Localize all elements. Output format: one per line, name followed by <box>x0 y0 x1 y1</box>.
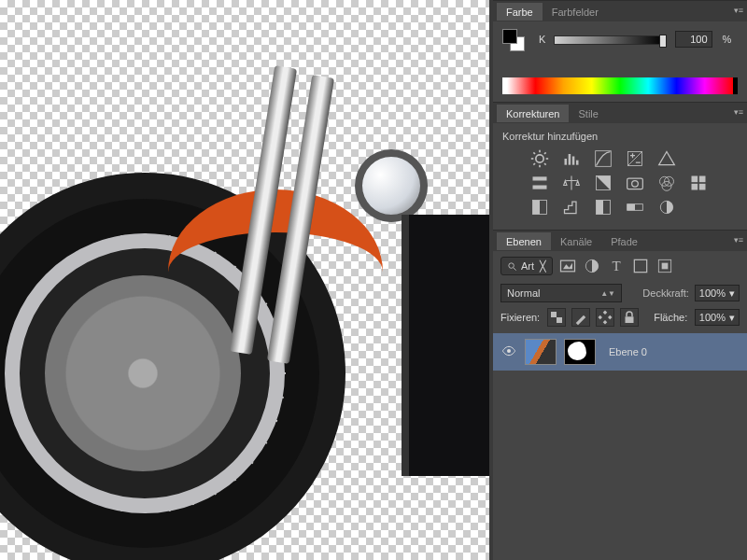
layers-panel: Ebenen Kanäle Pfade ▾≡ Art ╳ T Nor <box>493 230 747 560</box>
search-icon <box>507 261 517 272</box>
threshold-icon[interactable] <box>594 198 613 217</box>
svg-rect-17 <box>533 186 547 189</box>
k-slider[interactable] <box>554 35 664 45</box>
black-white-icon[interactable] <box>594 174 613 192</box>
svg-rect-44 <box>626 316 634 323</box>
opacity-label: Deckkraft: <box>642 287 689 299</box>
svg-line-5 <box>533 152 535 154</box>
svg-rect-26 <box>692 184 698 190</box>
lock-label: Fixieren: <box>500 312 540 323</box>
invert-icon[interactable] <box>530 198 549 217</box>
svg-rect-25 <box>699 176 706 183</box>
k-value-input[interactable] <box>675 31 712 48</box>
svg-rect-9 <box>565 159 568 165</box>
svg-rect-42 <box>551 312 557 317</box>
tab-channels[interactable]: Kanäle <box>551 232 601 250</box>
selective-color-icon[interactable] <box>657 198 676 217</box>
brightness-contrast-icon[interactable] <box>530 149 549 168</box>
svg-rect-10 <box>569 154 571 165</box>
fill-label: Fläche: <box>654 312 687 323</box>
layers-panel-tabs: Ebenen Kanäle Pfade ▾≡ <box>493 231 747 251</box>
svg-marker-15 <box>659 152 675 165</box>
tab-paths[interactable]: Pfade <box>601 232 647 250</box>
panel-column: Farbe Farbfelder ▾≡ K % Korrekturen Stil… <box>493 0 747 560</box>
tab-color[interactable]: Farbe <box>497 3 543 21</box>
visibility-toggle-icon[interactable] <box>500 345 517 358</box>
panel-menu-icon[interactable]: ▾≡ <box>734 107 743 117</box>
hue-saturation-icon[interactable] <box>530 174 549 192</box>
svg-line-8 <box>544 152 546 154</box>
svg-line-35 <box>514 267 516 270</box>
layer-list: Ebene 0 <box>493 333 747 371</box>
tab-layers[interactable]: Ebenen <box>497 232 551 250</box>
curves-icon[interactable] <box>594 149 613 168</box>
svg-point-45 <box>507 349 511 353</box>
svg-rect-12 <box>576 161 579 165</box>
lock-position-icon[interactable] <box>596 308 614 327</box>
color-spectrum[interactable] <box>502 77 738 94</box>
filter-type-icon[interactable]: T <box>607 257 626 275</box>
filter-smartobject-icon[interactable] <box>655 257 674 275</box>
svg-rect-41 <box>662 263 669 270</box>
blend-mode-value: Normal <box>507 287 540 299</box>
layer-mask-thumbnail[interactable] <box>564 339 596 365</box>
svg-rect-16 <box>533 176 547 180</box>
svg-rect-11 <box>572 157 575 165</box>
color-balance-icon[interactable] <box>562 174 581 192</box>
svg-point-20 <box>632 181 639 188</box>
canvas-scrollbar[interactable] <box>489 0 493 560</box>
vibrance-icon[interactable] <box>657 149 676 168</box>
posterize-icon[interactable] <box>562 198 581 217</box>
svg-rect-43 <box>557 317 562 323</box>
levels-icon[interactable] <box>562 149 581 168</box>
tab-styles[interactable]: Stile <box>569 105 607 122</box>
workspace: Farbe Farbfelder ▾≡ K % Korrekturen Stil… <box>0 0 747 560</box>
adjustments-panel: Korrekturen Stile ▾≡ Korrektur hinzufüge… <box>493 102 747 230</box>
svg-rect-30 <box>597 201 604 215</box>
color-panel: Farbe Farbfelder ▾≡ K % <box>493 0 747 102</box>
exposure-icon[interactable] <box>626 149 644 168</box>
layer-name[interactable]: Ebene 0 <box>609 346 647 357</box>
panel-menu-icon[interactable]: ▾≡ <box>734 6 743 15</box>
svg-line-7 <box>533 163 535 165</box>
lock-transparency-icon[interactable] <box>547 308 566 327</box>
svg-rect-39 <box>634 259 646 272</box>
blend-mode-dropdown[interactable]: Normal ▲▼ <box>500 284 622 302</box>
fill-input[interactable]: 100%▾ <box>695 309 740 326</box>
layer-filter-label: Art <box>521 260 534 272</box>
opacity-input[interactable]: 100%▾ <box>695 285 740 301</box>
photo-filter-icon[interactable] <box>626 174 644 192</box>
filter-shape-icon[interactable] <box>631 257 650 275</box>
lock-all-icon[interactable] <box>620 308 639 327</box>
channel-mixer-icon[interactable] <box>657 174 676 192</box>
layer-filter-type[interactable]: Art ╳ <box>500 257 553 275</box>
gradient-map-icon[interactable] <box>626 198 644 217</box>
svg-rect-32 <box>627 204 635 211</box>
layer-thumbnail[interactable] <box>525 339 557 365</box>
tab-adjustments[interactable]: Korrekturen <box>497 105 569 122</box>
svg-point-34 <box>509 262 514 268</box>
percent-label: % <box>723 34 732 45</box>
svg-rect-13 <box>596 151 612 167</box>
svg-line-6 <box>544 163 546 165</box>
lock-pixels-icon[interactable] <box>571 308 590 327</box>
document-canvas[interactable] <box>0 0 489 560</box>
svg-rect-24 <box>692 176 698 183</box>
channel-k-label: K <box>539 34 545 45</box>
svg-rect-27 <box>699 184 706 190</box>
svg-rect-19 <box>627 178 643 189</box>
svg-point-0 <box>536 155 543 162</box>
color-panel-tabs: Farbe Farbfelder ▾≡ <box>493 1 747 21</box>
adjustments-header: Korrektur hinzufügen <box>502 131 738 142</box>
foreground-background-swatch[interactable] <box>502 29 525 51</box>
filter-pixel-icon[interactable] <box>558 257 577 275</box>
panel-menu-icon[interactable]: ▾≡ <box>734 235 743 245</box>
filter-adjustment-icon[interactable] <box>583 257 601 275</box>
layer-row[interactable]: Ebene 0 <box>493 333 747 371</box>
color-lookup-icon[interactable] <box>689 174 708 192</box>
canvas-area <box>0 0 493 560</box>
tab-swatches[interactable]: Farbfelder <box>543 3 608 21</box>
adjustments-panel-tabs: Korrekturen Stile ▾≡ <box>493 103 747 123</box>
svg-marker-37 <box>563 263 572 270</box>
